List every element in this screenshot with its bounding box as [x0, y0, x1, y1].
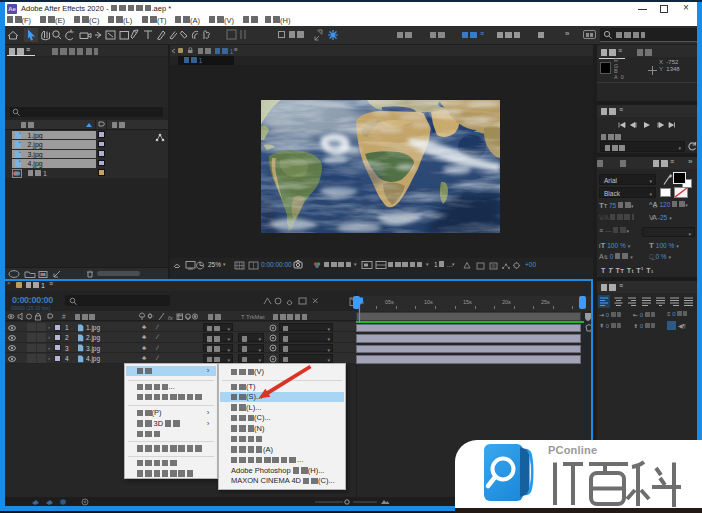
- svg-text:fx: fx: [168, 315, 174, 321]
